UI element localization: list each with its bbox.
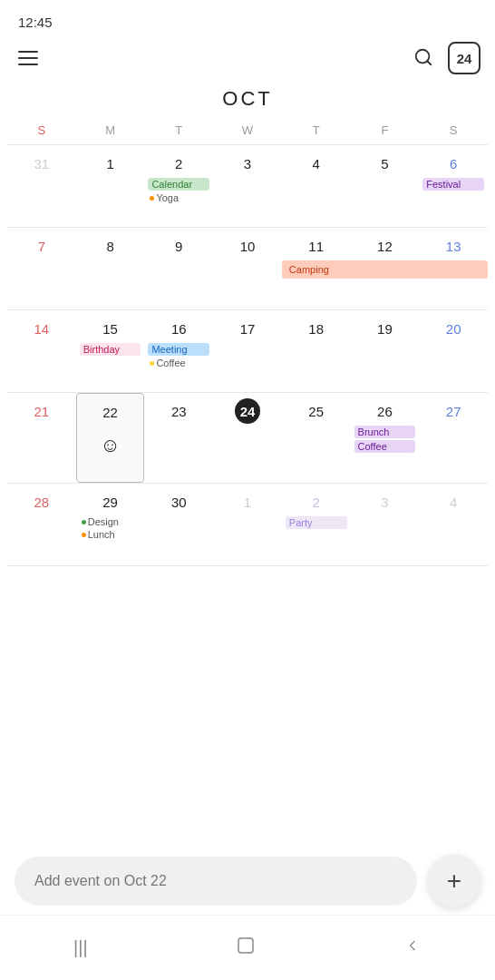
event-coffee-26[interactable]: Coffee	[354, 440, 416, 453]
day-cell-16[interactable]: 16 Meeting Coffee	[144, 310, 213, 392]
day-num-17: 17	[235, 316, 260, 341]
event-brunch[interactable]: Brunch	[354, 426, 416, 438]
events-16: Meeting Coffee	[146, 343, 211, 368]
day-num-10: 10	[235, 233, 260, 259]
day-num-4: 4	[304, 151, 329, 176]
nav-back-icon[interactable]	[385, 929, 440, 966]
design-dot	[82, 520, 86, 524]
day-cell-nov2[interactable]: 2 Party	[282, 484, 351, 565]
day-cell-19[interactable]: 19	[351, 310, 420, 392]
day-num-13: 13	[441, 233, 466, 259]
week-row-5: 28 29 Design Lunch 30 1 2 Par	[7, 483, 488, 566]
event-festival[interactable]: Festival	[422, 178, 484, 191]
events-nov2: Party	[284, 516, 349, 529]
status-time: 12:45	[18, 15, 53, 30]
day-cell-7[interactable]: 7	[7, 228, 76, 309]
day-num-23: 23	[166, 398, 191, 424]
day-num-8: 8	[98, 233, 123, 259]
day-cell-10[interactable]: 10	[213, 228, 282, 309]
month-title: OCT	[0, 82, 495, 120]
day-cell-nov1[interactable]: 1	[213, 484, 282, 565]
events-6: Festival	[421, 178, 486, 191]
day-cell-6[interactable]: 6 Festival	[419, 145, 488, 227]
day-num-7: 7	[29, 233, 54, 259]
day-cell-15[interactable]: 15 Birthday	[76, 310, 145, 392]
day-num-20: 20	[441, 316, 466, 341]
calendar: S M T W T F S 31 1 2 Calendar Yoga	[0, 120, 495, 566]
day-num-15: 15	[98, 316, 123, 341]
day-num-19: 19	[372, 316, 397, 341]
day-cell-2[interactable]: 2 Calendar Yoga	[144, 145, 213, 227]
day-header-fri: F	[351, 120, 420, 141]
status-bar: 12:45	[0, 0, 495, 34]
day-num-6: 6	[441, 151, 466, 176]
menu-icon[interactable]	[15, 47, 42, 69]
day-num-nov3: 3	[372, 489, 397, 514]
event-design: Design	[80, 516, 141, 527]
day-cell-26[interactable]: 26 Brunch Coffee	[351, 393, 420, 483]
fab-add-button[interactable]: +	[428, 855, 480, 907]
day-num-30: 30	[166, 489, 191, 514]
search-button[interactable]	[410, 44, 437, 74]
events-26: Brunch Coffee	[353, 426, 418, 453]
day-cell-4[interactable]: 4	[282, 145, 351, 227]
day-cell-1[interactable]: 1	[76, 145, 145, 227]
add-event-input[interactable]	[15, 857, 417, 906]
day-num-5: 5	[372, 151, 397, 176]
event-camping[interactable]: Camping	[282, 260, 488, 279]
day-num-3: 3	[235, 151, 260, 176]
day-num-28: 28	[29, 489, 54, 514]
day-cell-nov3[interactable]: 3	[351, 484, 420, 565]
event-meeting[interactable]: Meeting	[148, 343, 209, 356]
day-header-wed: W	[213, 120, 282, 141]
day-cell-9[interactable]: 9	[144, 228, 213, 309]
day-cell-25[interactable]: 25	[282, 393, 351, 483]
day-cell-14[interactable]: 14	[7, 310, 76, 392]
event-party[interactable]: Party	[286, 516, 347, 529]
header-right: 24	[410, 42, 480, 74]
coffee-dot	[150, 361, 154, 366]
week-row-4: 21 22 ☺ 23 24 25 26 Brunch Coffee 27	[7, 392, 488, 483]
day-cell-27[interactable]: 27	[419, 393, 488, 483]
calendar-badge[interactable]: 24	[448, 42, 480, 74]
day-cell-20[interactable]: 20	[419, 310, 488, 392]
day-cell-28[interactable]: 28	[7, 484, 76, 565]
day-cell-17[interactable]: 17	[213, 310, 282, 392]
yoga-dot	[150, 196, 154, 201]
event-coffee-16: Coffee	[148, 358, 209, 368]
day-cell-23[interactable]: 23	[144, 393, 213, 483]
day-num-27: 27	[441, 398, 466, 424]
day-num-22: 22	[98, 399, 123, 425]
day-headers: S M T W T F S	[7, 120, 488, 141]
day-cell-29[interactable]: 29 Design Lunch	[76, 484, 145, 565]
day-cell-31[interactable]: 31	[7, 145, 76, 227]
day-num-25: 25	[304, 398, 329, 424]
day-num-24: 24	[235, 398, 260, 424]
day-cell-nov4[interactable]: 4	[419, 484, 488, 565]
day-cell-22[interactable]: 22 ☺	[76, 393, 145, 483]
day-header-sun: S	[7, 120, 76, 141]
nav-menu-icon[interactable]: |||	[55, 930, 106, 965]
day-cell-24[interactable]: 24	[213, 393, 282, 483]
events-15: Birthday	[78, 343, 143, 356]
event-birthday[interactable]: Birthday	[80, 343, 141, 356]
day-cell-18[interactable]: 18	[282, 310, 351, 392]
event-yoga: Yoga	[148, 192, 209, 203]
event-calendar[interactable]: Calendar	[148, 178, 209, 191]
day-header-sat: S	[419, 120, 488, 141]
day-cell-21[interactable]: 21	[7, 393, 76, 483]
day-cell-3[interactable]: 3	[213, 145, 282, 227]
day-cell-30[interactable]: 30	[144, 484, 213, 565]
day-header-tue: T	[144, 120, 213, 141]
day-num-31: 31	[29, 151, 54, 176]
day-num-1: 1	[98, 151, 123, 176]
day-num-12: 12	[372, 233, 397, 259]
day-header-mon: M	[76, 120, 145, 141]
header: 24	[0, 34, 495, 82]
day-num-29: 29	[98, 489, 123, 514]
nav-home-icon[interactable]	[217, 927, 275, 968]
week-row-3: 14 15 Birthday 16 Meeting Coffee 17 18	[7, 309, 488, 392]
smiley-icon: ☺	[79, 434, 142, 457]
day-cell-5[interactable]: 5	[351, 145, 420, 227]
day-cell-8[interactable]: 8	[76, 228, 145, 309]
